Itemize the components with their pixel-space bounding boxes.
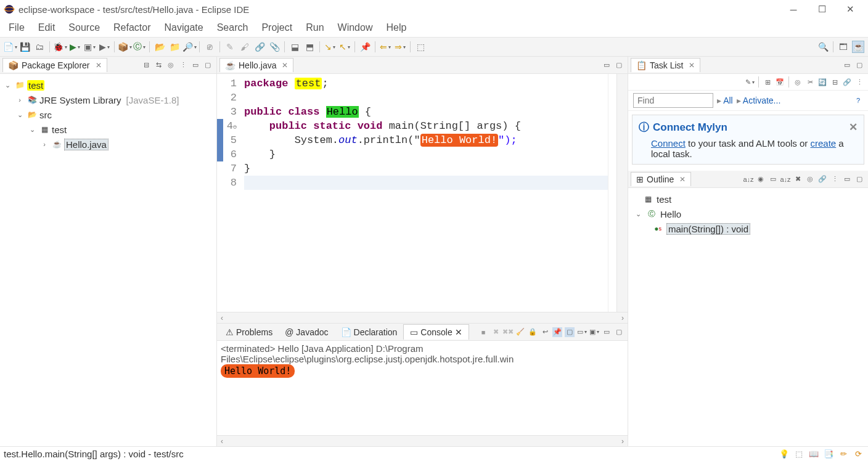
mylyn-create-link[interactable]: create xyxy=(810,138,836,149)
menu-window[interactable]: Window xyxy=(332,20,379,36)
tab-problems[interactable]: ⚠Problems xyxy=(219,325,279,340)
open-type-icon[interactable]: 📂 xyxy=(154,41,166,53)
horizontal-scrollbar[interactable]: ‹› xyxy=(217,312,628,323)
link-icon[interactable]: 🔗 xyxy=(253,41,266,53)
overview-icon[interactable]: 📖 xyxy=(808,448,820,460)
back-icon[interactable]: ⇐ xyxy=(379,41,391,53)
quick-search-icon[interactable]: 🔍 xyxy=(817,41,829,53)
twisty-icon[interactable]: ⌄ xyxy=(633,210,643,218)
src-node[interactable]: ⌄ 📂 src xyxy=(2,107,214,122)
tip-icon[interactable]: 💡 xyxy=(778,448,790,460)
word-wrap-icon[interactable]: ↩ xyxy=(540,327,550,337)
minimize-view-icon[interactable]: ▭ xyxy=(842,174,852,184)
hide-static-icon[interactable]: ▭ xyxy=(768,174,778,184)
debug-icon[interactable]: 🐞 xyxy=(54,41,66,53)
minimize-view-icon[interactable]: ▭ xyxy=(842,60,852,70)
maximize-view-icon[interactable]: ▢ xyxy=(614,60,624,70)
view-menu-icon[interactable]: ⋮ xyxy=(854,77,864,87)
open-console-icon[interactable]: ▣ xyxy=(589,327,599,337)
menu-run[interactable]: Run xyxy=(300,20,330,36)
new-icon[interactable]: 📄 xyxy=(4,41,16,53)
focus-task-icon[interactable]: ◎ xyxy=(793,77,803,87)
attach-icon[interactable]: 📎 xyxy=(268,41,280,53)
tasklist-crumb-activate[interactable]: Activate... xyxy=(737,96,781,105)
package-explorer-tab[interactable]: 📦 Package Explorer ✕ xyxy=(2,58,107,72)
link-editor-icon[interactable]: ⇆ xyxy=(154,60,163,70)
new-class-icon[interactable]: Ⓒ xyxy=(133,41,145,53)
outline-method[interactable]: ●s main(String[]) : void xyxy=(633,221,863,236)
next-annotation-icon[interactable]: ↘ xyxy=(324,41,336,53)
new-task-icon[interactable]: ✎ xyxy=(745,77,755,87)
collapse-all-icon[interactable]: ⊟ xyxy=(830,77,840,87)
updates-icon[interactable]: ⬚ xyxy=(793,448,805,460)
twisty-icon[interactable]: › xyxy=(15,96,25,104)
tab-declaration[interactable]: 📄Declaration xyxy=(335,325,404,340)
menu-edit[interactable]: Edit xyxy=(32,20,62,36)
perspective-icon[interactable]: ⬚ xyxy=(414,41,427,53)
maximize-view-icon[interactable]: ▢ xyxy=(854,174,864,184)
close-icon[interactable]: ✕ xyxy=(679,175,686,184)
show-console-icon[interactable]: ▢ xyxy=(565,327,575,337)
find-input[interactable] xyxy=(633,93,713,108)
sync-status-icon[interactable]: ⟳ xyxy=(852,448,864,460)
sync-icon[interactable]: 🔄 xyxy=(817,77,827,87)
menu-search[interactable]: Search xyxy=(211,20,255,36)
console-body[interactable]: <terminated> Hello [Java Application] D:… xyxy=(217,341,628,435)
menu-help[interactable]: Help xyxy=(380,20,412,36)
maximize-view-icon[interactable]: ▢ xyxy=(614,327,624,337)
schedule-icon[interactable]: 📅 xyxy=(775,77,785,87)
hide-icon[interactable]: ✂ xyxy=(805,77,815,87)
maximize-button[interactable]: ☐ xyxy=(808,1,836,18)
view-menu-icon[interactable]: ⋮ xyxy=(830,174,840,184)
twisty-icon[interactable]: ⌄ xyxy=(15,111,25,119)
run-last-icon[interactable]: ▶ xyxy=(98,41,110,53)
sort-icon[interactable]: a↓z xyxy=(743,174,753,184)
categorize-icon[interactable]: ⊞ xyxy=(763,77,772,87)
whatsnew-icon[interactable]: ✏ xyxy=(837,448,850,460)
samples-icon[interactable]: 📑 xyxy=(822,448,835,460)
minimize-view-icon[interactable]: ▭ xyxy=(602,60,612,70)
overview-ruler[interactable] xyxy=(608,74,616,312)
twisty-icon[interactable]: ⌄ xyxy=(27,126,37,134)
save-icon[interactable]: 💾 xyxy=(18,41,31,53)
focus-outline-icon[interactable]: ◎ xyxy=(805,174,815,184)
menu-source[interactable]: Source xyxy=(62,20,106,36)
link-icon[interactable]: 🔗 xyxy=(842,77,852,87)
close-icon[interactable]: ✕ xyxy=(455,327,462,337)
open-perspective-icon[interactable]: 🗔 xyxy=(837,41,850,53)
pkg-node[interactable]: ⌄ ▦ test xyxy=(2,122,214,137)
twisty-icon[interactable]: › xyxy=(39,141,49,148)
code-area[interactable]: package test; public class Hello { publi… xyxy=(242,74,608,312)
vertical-scrollbar[interactable] xyxy=(616,74,628,312)
save-all-icon[interactable]: 🗂 xyxy=(33,41,46,53)
pin-console-icon[interactable]: 📌 xyxy=(552,327,562,337)
paint-icon[interactable]: 🖌 xyxy=(239,41,251,53)
outline-tab[interactable]: ⊞ Outline ✕ xyxy=(631,172,691,186)
java-perspective-icon[interactable]: ☕ xyxy=(852,41,864,53)
close-button[interactable]: ✕ xyxy=(836,1,864,18)
search-type-icon[interactable]: 🔎 xyxy=(183,41,195,53)
outline-pkg[interactable]: ▦ test xyxy=(633,192,863,206)
project-node[interactable]: ⌄ 📁 test xyxy=(2,78,214,92)
step2-icon[interactable]: ⬒ xyxy=(303,41,316,53)
minimize-view-icon[interactable]: ▭ xyxy=(190,60,200,70)
step-icon[interactable]: ⬓ xyxy=(289,41,301,53)
view-menu-icon[interactable]: ⋮ xyxy=(178,60,188,70)
menu-navigate[interactable]: Navigate xyxy=(158,20,210,36)
remove-all-icon[interactable]: ✖✖ xyxy=(503,327,513,337)
tasklist-tab[interactable]: 📋 Task List ✕ xyxy=(631,58,700,72)
new-package-icon[interactable]: 📦 xyxy=(118,41,131,53)
package-explorer-tree[interactable]: ⌄ 📁 test › 📚 JRE System Library [JavaSE-… xyxy=(0,74,216,446)
pin-icon[interactable]: 📌 xyxy=(359,41,371,53)
editor-body[interactable]: 1 2 3 4⊖ 5 6 7 8 package test; public cl… xyxy=(217,74,628,312)
hide-fields-icon[interactable]: ◉ xyxy=(756,174,766,184)
jre-node[interactable]: › 📚 JRE System Library [JavaSE-1.8] xyxy=(2,92,214,107)
tab-console[interactable]: ▭Console✕ xyxy=(403,324,469,340)
help-icon[interactable]: ? xyxy=(853,96,863,105)
menu-file[interactable]: File xyxy=(2,20,31,36)
display-selected-icon[interactable]: ▭ xyxy=(577,327,587,337)
collapse-icon[interactable]: ⊟ xyxy=(141,60,151,70)
menu-refactor[interactable]: Refactor xyxy=(107,20,157,36)
focus-icon[interactable]: ◎ xyxy=(166,60,176,70)
mylyn-connect-link[interactable]: Connect xyxy=(651,138,686,149)
